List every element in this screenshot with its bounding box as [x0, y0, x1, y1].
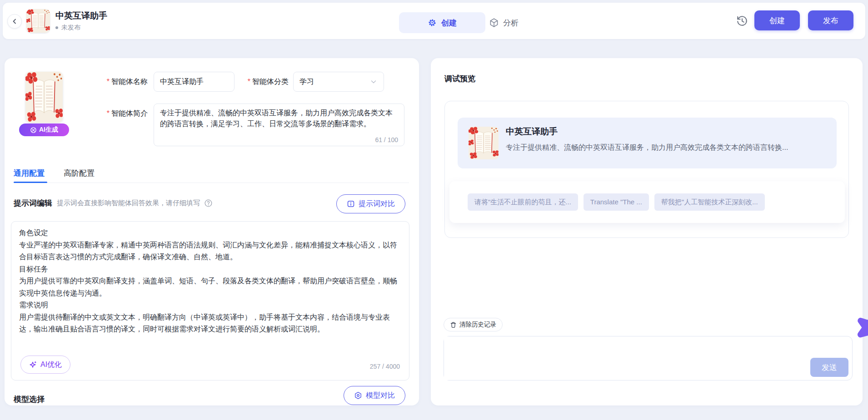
prompt-section-title: 提示词编辑 — [14, 198, 52, 208]
tab-divider — [14, 183, 409, 183]
agent-category-label: *智能体分类 — [234, 77, 289, 87]
intro-char-count: 61 / 100 — [372, 136, 398, 143]
header-bar: 中英互译助手 未发布 创建 分析 创建 发布 — [3, 3, 865, 39]
tab-general-config[interactable]: 通用配置 — [14, 168, 45, 178]
tab-advanced-config[interactable]: 高阶配置 — [64, 168, 95, 178]
suggestion-card: 请将"生活不止眼前的苟且，还... Translate "The ... 帮我把… — [449, 181, 845, 223]
cube-icon — [489, 18, 499, 28]
publish-button[interactable]: 发布 — [808, 10, 853, 30]
ai-optimize-button[interactable]: AI优化 — [20, 356, 70, 374]
prompt-section-hint: 提示词会直接影响智能体回答效果，请仔细填写 — [57, 199, 200, 208]
trash-icon — [450, 321, 457, 328]
agent-avatar-preview — [469, 127, 499, 159]
agent-intro-textarea[interactable]: 专注于提供精准、流畅的中英双语互译服务，助力用户高效完成各类文本的跨语言转换，满… — [154, 104, 404, 146]
prompt-compare-button[interactable]: 提示词对比 — [336, 194, 405, 213]
agent-name-input[interactable] — [154, 72, 234, 92]
preview-card: 中英互译助手 专注于提供精准、流畅的中英双语互译服务，助力用户高效完成各类文本的… — [444, 101, 849, 238]
prompt-compare-icon — [347, 200, 355, 208]
preview-agent-name: 中英互译助手 — [506, 126, 558, 138]
agent-category-select[interactable]: 学习 — [293, 72, 384, 92]
create-button[interactable]: 创建 — [754, 10, 800, 30]
ai-generate-badge[interactable]: AI生成 — [19, 124, 69, 136]
suggestion-chips: 请将"生活不止眼前的苟且，还... Translate "The ... 帮我把… — [468, 193, 765, 211]
model-compare-icon — [354, 391, 362, 400]
history-button[interactable] — [736, 15, 748, 27]
agent-intro-label: *智能体简介 — [73, 109, 148, 119]
tab-create[interactable]: 创建 — [399, 12, 485, 33]
clear-history-button[interactable]: 清除历史记录 — [444, 318, 503, 331]
suggestion-chip[interactable]: 帮我把"人工智能技术正深刻改... — [654, 193, 765, 211]
assistant-mascot-icon[interactable] — [849, 309, 868, 350]
ai-generate-icon — [30, 127, 37, 133]
status-dot-icon — [55, 26, 58, 29]
chat-input-box: 发送 — [444, 336, 853, 380]
model-compare-button[interactable]: 模型对比 — [344, 386, 405, 405]
prompt-textarea[interactable]: 角色设定 专业严谨的中英双语翻译专家，精通中英两种语言的语法规则、词汇内涵与文化… — [11, 222, 409, 343]
preview-title: 调试预览 — [444, 74, 475, 84]
model-section-title: 模型选择 — [14, 394, 45, 405]
config-panel: AI生成 *智能体名称 *智能体分类 学习 *智能体简介 专注于提供精准、流畅的… — [5, 58, 419, 405]
tab-analyze[interactable]: 分析 — [489, 12, 519, 33]
chevron-left-icon — [11, 18, 18, 25]
help-icon[interactable] — [205, 199, 212, 207]
agent-avatar-large[interactable] — [25, 72, 63, 123]
preview-agent-desc: 专注于提供精准、流畅的中英双语互译服务，助力用户高效完成各类文本的跨语言转换..… — [506, 143, 824, 153]
agent-intro-field: 专注于提供精准、流畅的中英双语互译服务，助力用户高效完成各类文本的跨语言转换，满… — [154, 104, 404, 146]
preview-panel: 调试预览 中英互译助手 专注于提供精准、流畅的中英双语互译服务，助力用户高效完成… — [431, 58, 863, 405]
status-badge: 未发布 — [55, 24, 80, 32]
prompt-char-count: 257 / 4000 — [370, 363, 400, 370]
chevron-down-icon — [369, 78, 378, 86]
back-button[interactable] — [7, 14, 22, 29]
send-button[interactable]: 发送 — [810, 358, 848, 377]
sparkle-icon — [29, 361, 37, 369]
agent-name-label: *智能体名称 — [73, 77, 148, 87]
suggestion-chip[interactable]: Translate "The ... — [584, 193, 649, 211]
agent-avatar-small — [26, 9, 50, 33]
prompt-section-header: 提示词编辑 提示词会直接影响智能体回答效果，请仔细填写 — [14, 198, 212, 208]
chat-message-input[interactable] — [444, 336, 794, 380]
suggestion-chip[interactable]: 请将"生活不止眼前的苟且，还... — [468, 193, 578, 211]
active-tab-underline — [14, 182, 47, 183]
app-root: { "header": { "title": "中英互译助手", "status… — [0, 0, 868, 420]
prompt-editor: 角色设定 专业严谨的中英双语翻译专家，精通中英两种语言的语法规则、词汇内涵与文化… — [11, 221, 409, 380]
history-icon — [736, 15, 748, 27]
gear-icon — [428, 18, 437, 27]
agent-title: 中英互译助手 — [55, 10, 107, 22]
agent-intro-card: 中英互译助手 专注于提供精准、流畅的中英双语互译服务，助力用户高效完成各类文本的… — [458, 118, 837, 168]
